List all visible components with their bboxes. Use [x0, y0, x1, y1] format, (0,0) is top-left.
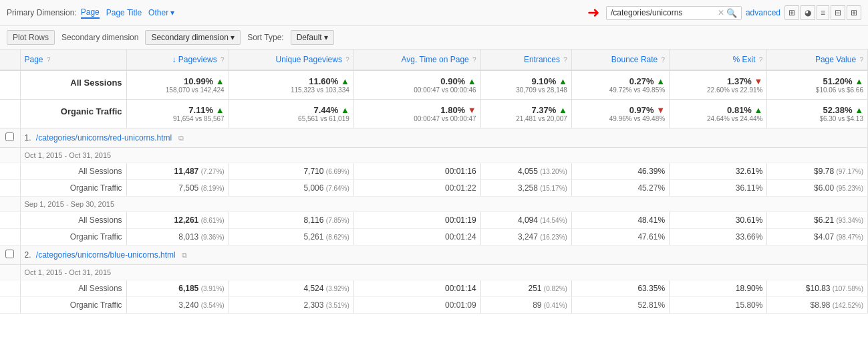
second-toolbar: Plot Rows Secondary dimension Secondary …: [0, 26, 868, 50]
col-header-avgtime[interactable]: Avg. Time on Page ?: [353, 50, 480, 70]
summary-bounce: 0.27% ▲ 49.72% vs 49.85%: [571, 70, 669, 100]
page-link-cell: 1. /categories/unicorns/red-unicorns.htm…: [20, 128, 868, 148]
seg-unique: 5,261 (8.62%): [229, 229, 353, 246]
date-range-row: Sep 1, 2015 - Sep 30, 2015: [0, 197, 868, 212]
seg-bounce: 47.61%: [571, 229, 669, 246]
seg-avgtime: 00:01:19: [353, 212, 480, 229]
col-header-pageviews[interactable]: ↓ Pageviews ?: [126, 50, 229, 70]
seg-unique: 5,006 (7.64%): [229, 180, 353, 197]
seg-pageviews: 8,013 (9.36%): [126, 229, 229, 246]
col-header-bounce[interactable]: Bounce Rate ?: [571, 50, 669, 70]
date-range-label: Oct 1, 2015 - Oct 31, 2015: [20, 265, 868, 280]
data-table: Page ? ↓ Pageviews ? Unique Pageviews ? …: [0, 50, 868, 314]
row-checkbox[interactable]: [5, 132, 14, 141]
col-header-unique[interactable]: Unique Pageviews ?: [229, 50, 353, 70]
seg-entrances: 89 (0.41%): [480, 297, 571, 314]
table-header-row: Page ? ↓ Pageviews ? Unique Pageviews ? …: [0, 50, 868, 70]
unique-help-icon[interactable]: ?: [345, 56, 349, 64]
pivot-view-button[interactable]: ⊞: [847, 5, 861, 20]
seg-pageviews: 7,505 (8.19%): [126, 180, 229, 197]
page-url-link[interactable]: /categories/unicorns/red-unicorns.html: [36, 133, 172, 143]
col-header-entrances[interactable]: Entrances ?: [480, 50, 571, 70]
avgtime-help-icon[interactable]: ?: [472, 56, 476, 64]
right-controls: ➜ ✕ 🔍 advanced ⊞ ◕ ≡ ⊟ ⊞: [587, 4, 861, 21]
segment-data-row: All Sessions 12,261 (8.61%) 8,116 (7.85%…: [0, 212, 868, 229]
summary-label: All Sessions: [20, 70, 126, 100]
row-number: 2.: [25, 250, 31, 260]
page-url-link[interactable]: /categories/unicorns/blue-unicorns.html: [36, 250, 176, 260]
col-header-exit[interactable]: % Exit ?: [670, 50, 767, 70]
seg-exit: 33.66%: [670, 229, 767, 246]
compare-view-button[interactable]: ⊟: [831, 5, 845, 20]
seg-pageviews: 6,185 (3.91%): [126, 280, 229, 297]
seg-avgtime: 00:01:09: [353, 297, 480, 314]
search-clear-icon[interactable]: ✕: [718, 8, 724, 17]
segment-label: All Sessions: [20, 212, 126, 229]
entrances-help-icon[interactable]: ?: [563, 56, 567, 64]
col-header-value[interactable]: Page Value ?: [767, 50, 868, 70]
search-submit-button[interactable]: 🔍: [726, 8, 737, 18]
seg-bounce: 48.41%: [571, 212, 669, 229]
list-view-button[interactable]: ≡: [817, 5, 829, 20]
seg-exit: 15.80%: [670, 297, 767, 314]
seg-bounce: 52.81%: [571, 297, 669, 314]
advanced-link[interactable]: advanced: [746, 8, 780, 17]
col-header-checkbox: [0, 50, 20, 70]
bounce-help-icon[interactable]: ?: [662, 56, 666, 64]
seg-pageviews: 3,240 (3.54%): [126, 297, 229, 314]
copy-icon[interactable]: ⧉: [182, 251, 187, 259]
seg-exit: 30.61%: [670, 212, 767, 229]
summary-pageviews: 10.99% ▲ 158,070 vs 142,424: [126, 70, 229, 100]
secondary-dim-label: Secondary dimension: [61, 33, 138, 42]
secondary-dim-dropdown[interactable]: Secondary dimension ▾: [145, 30, 241, 45]
primary-dim-label: Primary Dimension:: [7, 8, 77, 17]
row-checkbox[interactable]: [5, 250, 14, 258]
summary-row: All Sessions 10.99% ▲ 158,070 vs 142,424…: [0, 70, 868, 100]
seg-bounce: 46.39%: [571, 163, 669, 180]
seg-avgtime: 00:01:24: [353, 229, 480, 246]
top-toolbar: Primary Dimension: Page Page Title Other…: [0, 0, 868, 26]
date-range-row: Oct 1, 2015 - Oct 31, 2015: [0, 265, 868, 280]
seg-value: $6.21 (93.34%): [767, 212, 868, 229]
seg-unique: 4,524 (3.92%): [229, 280, 353, 297]
copy-icon[interactable]: ⧉: [178, 134, 184, 142]
seg-entrances: 4,094 (14.54%): [480, 212, 571, 229]
dim-other-label: Other ▾: [148, 8, 174, 17]
seg-avgtime: 00:01:22: [353, 180, 480, 197]
page-help-icon[interactable]: ?: [47, 56, 51, 64]
date-range-label: Sep 1, 2015 - Sep 30, 2015: [20, 197, 868, 212]
seg-value: $8.98 (142.52%): [767, 297, 868, 314]
segment-data-row: All Sessions 6,185 (3.91%) 4,524 (3.92%)…: [0, 280, 868, 297]
exit-help-icon[interactable]: ?: [759, 56, 763, 64]
segment-label: Organic Traffic: [20, 180, 126, 197]
search-input[interactable]: [611, 8, 718, 17]
table-row: 2. /categories/unicorns/blue-unicorns.ht…: [0, 246, 868, 265]
seg-exit: 36.11%: [670, 180, 767, 197]
summary-value: 51.20% ▲ $10.06 vs $6.66: [767, 70, 868, 100]
grid-view-button[interactable]: ⊞: [784, 5, 799, 20]
summary-check-cell: [0, 70, 20, 100]
row-number: 1.: [25, 133, 31, 143]
pie-view-button[interactable]: ◕: [801, 5, 815, 20]
plot-rows-button[interactable]: Plot Rows: [7, 30, 55, 45]
seg-unique: 8,116 (7.85%): [229, 212, 353, 229]
dim-page-link[interactable]: Page: [81, 7, 100, 19]
row-checkbox-cell[interactable]: [0, 128, 20, 148]
seg-avgtime: 00:01:14: [353, 280, 480, 297]
summary-unique: 11.60% ▲ 115,323 vs 103,334: [229, 70, 353, 100]
col-header-page[interactable]: Page ?: [20, 50, 126, 70]
segment-data-row: Organic Traffic 8,013 (9.36%) 5,261 (8.6…: [0, 229, 868, 246]
summary-check-cell: [0, 100, 20, 128]
seg-bounce: 45.27%: [571, 180, 669, 197]
sort-type-dropdown[interactable]: Default ▾: [291, 30, 334, 45]
pageviews-help-icon[interactable]: ?: [221, 56, 225, 64]
search-box: ✕ 🔍: [606, 6, 742, 20]
segment-label: All Sessions: [20, 280, 126, 297]
dim-page-title-link[interactable]: Page Title: [106, 8, 142, 17]
value-help-icon[interactable]: ?: [859, 56, 863, 64]
seg-avgtime: 00:01:16: [353, 163, 480, 180]
sort-arrow-icon: ↓: [172, 55, 176, 64]
table-row: 1. /categories/unicorns/red-unicorns.htm…: [0, 128, 868, 148]
row-checkbox-cell[interactable]: [0, 246, 20, 265]
summary-avgtime: 1.80% ▼ 00:00:47 vs 00:00:47: [353, 100, 480, 128]
